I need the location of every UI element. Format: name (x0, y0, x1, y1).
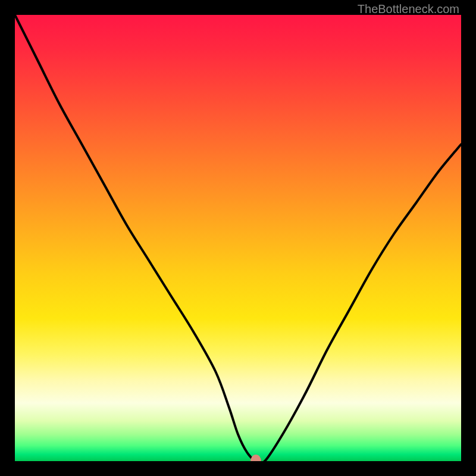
plot-area (15, 15, 461, 461)
svg-point-0 (250, 455, 261, 461)
curve-svg (15, 15, 461, 461)
optimal-point-marker (250, 455, 261, 461)
watermark-text: TheBottleneck.com (358, 2, 459, 16)
chart-container: TheBottleneck.com (0, 0, 476, 476)
bottleneck-curve-line (15, 15, 461, 461)
